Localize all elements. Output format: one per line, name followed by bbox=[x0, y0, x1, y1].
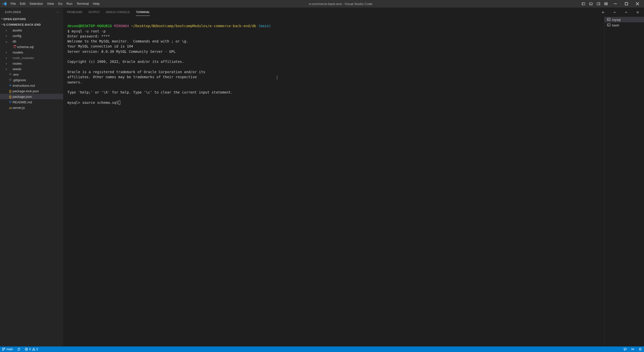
status-broadcast-icon[interactable] bbox=[629, 346, 636, 352]
new-terminal-menu-icon[interactable] bbox=[612, 10, 617, 15]
file-item[interactable]: .env bbox=[0, 72, 63, 77]
status-bar: main 0 0 bbox=[0, 346, 644, 352]
chevron-down-icon: ﹀ bbox=[1, 17, 4, 21]
menu-help[interactable]: Help bbox=[91, 0, 102, 8]
close-window-button[interactable] bbox=[632, 0, 643, 8]
terminal-line: Oracle is a registered trademark of Orac… bbox=[67, 70, 205, 74]
chevron-right-icon: › bbox=[5, 51, 8, 54]
terminal-line: affiliates. Other names may be trademark… bbox=[67, 75, 197, 79]
tree-item-label: db bbox=[13, 39, 16, 43]
terminal-input-line: mysql> source schema.sql bbox=[67, 101, 120, 105]
svg-rect-6 bbox=[605, 3, 606, 4]
folder-item[interactable]: ›node_modules bbox=[0, 55, 63, 61]
terminal-item-mysql[interactable]: mysql bbox=[605, 17, 644, 22]
tree-item-label: config bbox=[13, 34, 21, 38]
svg-rect-7 bbox=[606, 3, 607, 4]
tree-item-label: server.js bbox=[13, 106, 25, 110]
terminal-row: devan@DESKTOP-HQ0UB1G MINGW64 ~/Desktop/… bbox=[63, 16, 644, 346]
new-terminal-icon[interactable] bbox=[600, 10, 606, 15]
close-panel-icon[interactable] bbox=[635, 10, 640, 15]
chevron-down-icon: ⌄ bbox=[5, 39, 8, 43]
status-notifications-icon[interactable] bbox=[636, 346, 644, 352]
terminal-output[interactable]: devan@DESKTOP-HQ0UB1G MINGW64 ~/Desktop/… bbox=[63, 16, 604, 346]
status-sync[interactable] bbox=[15, 346, 23, 352]
terminal-icon bbox=[607, 18, 611, 22]
file-item[interactable]: .gitignore bbox=[0, 77, 63, 83]
tree-item-label: package.json bbox=[13, 95, 32, 99]
window-title: e-commerce-back-end - Visual Studio Code bbox=[102, 2, 580, 6]
maximize-panel-icon[interactable] bbox=[623, 10, 629, 15]
menu-view[interactable]: View bbox=[45, 0, 56, 8]
menu-file[interactable]: File bbox=[9, 0, 18, 8]
svg-rect-4 bbox=[597, 3, 600, 5]
tree-item-label: models bbox=[13, 51, 23, 54]
toggle-primary-sidebar-icon[interactable] bbox=[580, 0, 587, 8]
menu-selection[interactable]: Selection bbox=[27, 0, 45, 8]
status-problems[interactable]: 0 0 bbox=[23, 346, 40, 352]
folder-item[interactable]: ⌄db bbox=[0, 38, 63, 44]
menu-edit[interactable]: Edit bbox=[18, 0, 27, 8]
folder-item[interactable]: ›models bbox=[0, 50, 63, 55]
menu-go[interactable]: Go bbox=[56, 0, 64, 8]
tree-item-label: node_modules bbox=[13, 56, 34, 60]
chevron-right-icon: › bbox=[5, 28, 8, 32]
file-item[interactable]: {}package.json bbox=[0, 94, 63, 99]
prompt-line: devan@DESKTOP-HQ0UB1G MINGW64 ~/Desktop/… bbox=[67, 24, 271, 28]
svg-point-28 bbox=[3, 348, 4, 349]
tab-problems[interactable]: PROBLEMS bbox=[67, 9, 82, 16]
status-branch[interactable]: main bbox=[0, 346, 15, 352]
branch-name: main bbox=[7, 347, 13, 351]
terminal-item-bash[interactable]: bash bbox=[605, 22, 644, 28]
tree-item-label: schema.sql bbox=[17, 45, 34, 49]
tree-item-label: seeds bbox=[13, 67, 21, 71]
toggle-panel-icon[interactable] bbox=[587, 0, 595, 8]
title-bar: File Edit Selection View Go Run Terminal… bbox=[0, 0, 644, 8]
chevron-right-icon: › bbox=[5, 67, 8, 71]
terminal-list: mysql bash bbox=[604, 16, 644, 346]
status-bar-right bbox=[621, 346, 644, 352]
file-icon bbox=[8, 100, 13, 104]
explorer-more-icon[interactable]: ··· bbox=[56, 10, 60, 14]
file-item[interactable]: JSserver.js bbox=[0, 105, 63, 110]
file-icon: {} bbox=[8, 89, 13, 93]
tab-output[interactable]: OUTPUT bbox=[88, 9, 100, 16]
menu-terminal[interactable]: Terminal bbox=[74, 0, 91, 8]
folder-item[interactable]: ›seeds bbox=[0, 66, 63, 72]
maximize-window-button[interactable] bbox=[621, 0, 632, 8]
menu-bar: File Edit Selection View Go Run Terminal… bbox=[9, 0, 102, 8]
svg-rect-24 bbox=[607, 18, 610, 21]
error-count: 0 bbox=[29, 347, 31, 351]
terminal-cursor bbox=[118, 101, 120, 105]
tab-terminal[interactable]: TERMINAL bbox=[136, 9, 150, 16]
toggle-secondary-sidebar-icon[interactable] bbox=[595, 0, 602, 8]
open-editors-header[interactable]: ﹀ OPEN EDITORS bbox=[0, 16, 63, 22]
tab-debug-console[interactable]: DEBUG CONSOLE bbox=[106, 9, 130, 16]
status-bar-left: main 0 0 bbox=[0, 346, 40, 352]
minimize-window-button[interactable] bbox=[610, 0, 621, 8]
svg-point-30 bbox=[4, 348, 5, 349]
menu-run[interactable]: Run bbox=[64, 0, 74, 8]
tree-item-label: routes bbox=[13, 62, 22, 65]
file-item[interactable]: README.md bbox=[0, 99, 63, 105]
file-icon bbox=[8, 78, 13, 82]
project-header[interactable]: ﹀ E-COMMERCE-BACK-END bbox=[0, 22, 63, 27]
file-item[interactable]: schema.sql bbox=[0, 44, 63, 50]
terminal-line: Your MySQL connection id is 104 bbox=[67, 44, 133, 48]
terminal-item-label: bash bbox=[612, 23, 619, 27]
file-tree[interactable]: ›assets›config⌄dbschema.sql›models›node_… bbox=[0, 27, 63, 346]
status-feedback-icon[interactable] bbox=[621, 346, 629, 352]
terminal-icon bbox=[607, 23, 611, 27]
file-item[interactable]: {}package-lock.json bbox=[0, 88, 63, 94]
file-item[interactable]: Instructions.md bbox=[0, 83, 63, 88]
svg-point-14 bbox=[14, 45, 16, 46]
project-label: E-COMMERCE-BACK-END bbox=[4, 23, 41, 26]
folder-item[interactable]: ›assets bbox=[0, 27, 63, 33]
tree-item-label: Instructions.md bbox=[13, 84, 35, 87]
tree-item-label: .env bbox=[13, 73, 19, 76]
file-icon bbox=[8, 73, 13, 76]
folder-item[interactable]: ›config bbox=[0, 33, 63, 38]
customize-layout-icon[interactable] bbox=[602, 0, 610, 8]
folder-item[interactable]: ›routes bbox=[0, 61, 63, 66]
warning-count: 0 bbox=[36, 347, 38, 351]
explorer-header: EXPLORER ··· bbox=[0, 8, 63, 16]
